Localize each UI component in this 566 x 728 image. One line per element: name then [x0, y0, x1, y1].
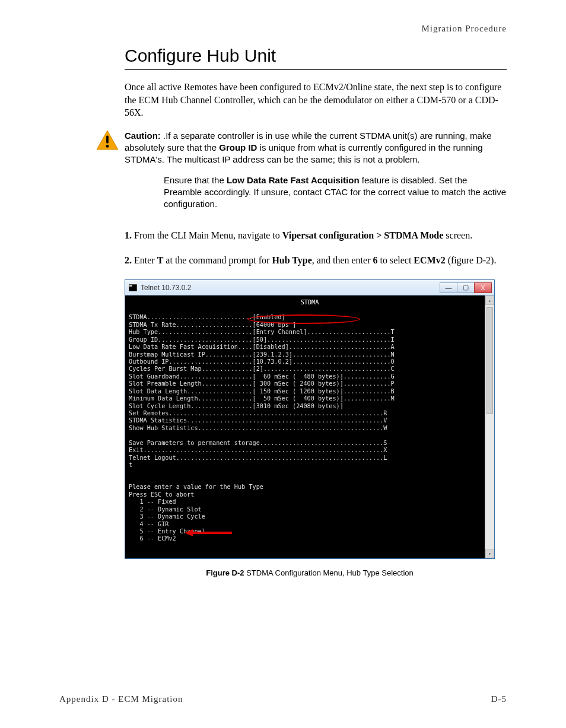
caution-icon: [96, 130, 119, 152]
footer-left: Appendix D - ECM Migration: [59, 694, 183, 704]
scroll-up-button[interactable]: ▴: [485, 295, 494, 305]
caution-paragraph-2: Ensure that the Low Data Rate Fast Acqui…: [164, 174, 507, 211]
step-2-text-a: Enter: [132, 255, 157, 265]
scroll-down-button[interactable]: ▾: [485, 549, 494, 558]
figure-caption: Figure D-2 STDMA Configuration Menu, Hub…: [125, 568, 495, 577]
window-close-button[interactable]: X: [474, 282, 492, 293]
terminal-heading: STDMA: [129, 299, 491, 306]
caution-text-2a: Ensure that the: [164, 175, 227, 185]
caution-bold-groupid: Group ID: [219, 142, 257, 152]
window-minimize-button[interactable]: —: [440, 282, 457, 293]
window-title: Telnet 10.73.0.2: [141, 284, 191, 292]
step-2-number: 2.: [125, 255, 132, 265]
terminal-scrollbar[interactable]: ▴ ▾: [485, 295, 494, 558]
cmd-icon: [129, 284, 137, 291]
figure-label: Figure D-2: [206, 568, 244, 577]
step-1-number: 1.: [125, 230, 132, 240]
terminal-text: STDMA.............................[Enabl…: [129, 307, 491, 550]
svg-rect-1: [106, 135, 109, 143]
step-2: 2. Enter T at the command prompt for Hub…: [125, 254, 507, 267]
step-2-text-c: at the command prompt for: [163, 255, 272, 265]
step-1-text-c: screen.: [443, 230, 472, 240]
scroll-thumb[interactable]: [486, 307, 493, 414]
step-1-bold: Vipersat configuration > STDMA Mode: [282, 230, 444, 240]
window-maximize-button[interactable]: ▢: [457, 282, 475, 293]
intro-paragraph: Once all active Remotes have been config…: [125, 81, 507, 119]
figure-caption-text: STDMA Configuration Menu, Hub Type Selec…: [244, 568, 414, 577]
footer-right: D-5: [491, 694, 507, 704]
caution-bold-lowdatarate: Low Data Rate Fast Acquisition: [227, 175, 360, 185]
terminal-screenshot: Telnet 10.73.0.2 — ▢ X STDMA STDMA......…: [125, 279, 495, 559]
step-2-text-e: , and then enter: [312, 255, 373, 265]
svg-rect-4: [129, 285, 132, 287]
svg-point-2: [106, 145, 109, 148]
step-2-bold-hubtype: Hub Type: [272, 255, 311, 265]
step-2-bold-ecmv2: ECMv2: [414, 255, 445, 265]
window-titlebar[interactable]: Telnet 10.73.0.2 — ▢ X: [125, 280, 494, 295]
step-2-bold-t: T: [157, 255, 164, 265]
caution-paragraph-1: Caution: .If a separate controller is in…: [125, 130, 507, 166]
step-1-text-a: From the CLI Main Menu, navigate to: [132, 230, 282, 240]
page-header-right: Migration Procedure: [59, 24, 507, 34]
page-title: Configure Hub Unit: [125, 46, 507, 70]
caution-label: Caution:: [125, 131, 161, 141]
step-2-text-i: (figure D-2).: [446, 255, 497, 265]
step-2-text-g: to select: [377, 255, 414, 265]
terminal-body[interactable]: STDMA STDMA.............................…: [125, 295, 494, 558]
step-1: 1. From the CLI Main Menu, navigate to V…: [125, 229, 507, 242]
